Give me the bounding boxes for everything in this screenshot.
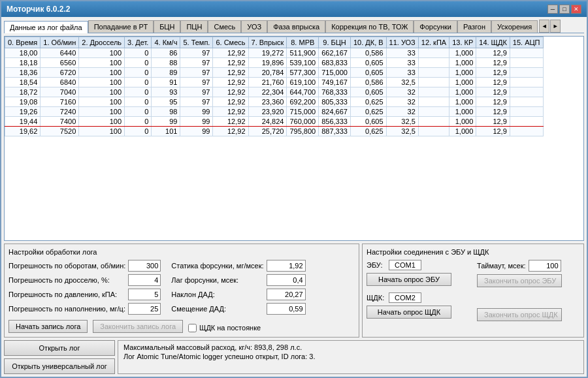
data-table-container[interactable]: 0. Время 1. Об/мин 2. Дроссель 3. Дет. 4… (4, 36, 584, 241)
tab-forsunki[interactable]: Форсунки (414, 20, 457, 33)
form-row-lag: Лаг форсунки, мсек: (171, 274, 305, 286)
input-rpm[interactable] (128, 260, 161, 272)
ebu-row: ЭБУ: COM1 (367, 260, 469, 270)
table-row[interactable]: 18,5468401000919712,9221,760619,100749,1… (5, 78, 544, 87)
table-cell: 12,9 (476, 87, 510, 97)
tab-btsn[interactable]: БЦН (154, 20, 180, 33)
start-shdk-button[interactable]: Начать опрос ЩДК (367, 306, 451, 319)
table-cell: 99 (180, 107, 213, 117)
table-cell: 97 (180, 97, 213, 107)
maximize-button[interactable]: □ (559, 5, 570, 14)
start-log-button[interactable]: Начать запись лога (8, 320, 88, 333)
stop-log-button[interactable]: Закончить запись лога (93, 320, 183, 333)
table-cell: 12,9 (476, 127, 510, 136)
table-row[interactable]: 19,2672401000989912,9223,920715,000824,6… (5, 107, 544, 117)
table-cell: 805,333 (319, 97, 351, 107)
table-cell: 0 (125, 87, 152, 97)
input-press[interactable] (128, 289, 161, 300)
table-cell: 33 (386, 68, 418, 78)
tab-razgon[interactable]: Разгон (457, 20, 491, 33)
input-lag[interactable] (267, 274, 306, 286)
table-row[interactable]: 18,0064401000869712,9219,272511,900662,1… (5, 48, 544, 58)
table-cell: 19,272 (248, 48, 287, 58)
table-cell: 95 (152, 97, 180, 107)
input-fill[interactable] (128, 303, 161, 315)
open-universal-button[interactable]: Открыть универсальный лог (4, 358, 115, 374)
tab-faza[interactable]: Фаза впрыска (267, 20, 325, 33)
minimize-button[interactable]: ─ (547, 5, 558, 14)
table-cell: 12,92 (213, 58, 248, 68)
tab-korr[interactable]: Коррекция по ТВ, ТОЖ (325, 20, 414, 33)
table-cell: 91 (152, 78, 180, 87)
input-dros[interactable] (128, 274, 161, 286)
table-cell: 6840 (41, 78, 79, 87)
table-cell: 0,605 (350, 68, 386, 78)
table-row[interactable]: 18,1865601000889712,9219,896539,100683,8… (5, 58, 544, 68)
table-cell: 0 (125, 58, 152, 68)
table-cell: 887,333 (319, 127, 351, 136)
open-log-button[interactable]: Открыть лог (4, 340, 115, 356)
stop-ebu-button[interactable]: Закончить опрос ЭБУ (477, 274, 562, 287)
table-cell: 7520 (41, 127, 79, 136)
table-cell: 19,44 (5, 117, 41, 127)
table-row[interactable]: 19,4474001000999912,9224,824760,000856,3… (5, 117, 544, 127)
table-cell: 100 (79, 117, 125, 127)
table-cell: 23,360 (248, 97, 287, 107)
ebu-label: ЭБУ: (367, 261, 386, 269)
table-cell: 12,9 (476, 97, 510, 107)
tab-bar: Данные из лог файла Попадание в РТ БЦН П… (4, 20, 584, 33)
tab-ptsn[interactable]: ПЦН (180, 20, 208, 33)
input-static[interactable] (267, 260, 306, 272)
table-cell: 97 (180, 78, 213, 87)
timeout-label: Таймаут, мсек: (477, 262, 526, 270)
label-static: Статика форсунки, мг/мсек: (171, 262, 263, 270)
tab-uoz[interactable]: УОЗ (241, 20, 267, 33)
table-cell (418, 68, 449, 78)
shdk-conn-label: ЩДК: (367, 294, 386, 302)
table-row[interactable]: 18,7270401000939712,9222,304644,700768,3… (5, 87, 544, 97)
tab-smes[interactable]: Смесь (208, 20, 241, 33)
table-row[interactable]: 19,0871601000959712,9223,360692,200805,3… (5, 97, 544, 107)
start-ebu-button[interactable]: Начать опрос ЭБУ (367, 273, 451, 286)
input-offset[interactable] (267, 303, 306, 315)
status-line-2: Лог Atomic Tune/Atomic logger успешно от… (123, 353, 578, 360)
shdk-checkbox[interactable] (188, 324, 197, 332)
col-header-11: 11. УОЗ (386, 37, 418, 48)
table-cell: 22,304 (248, 87, 287, 97)
table-cell: 99 (180, 127, 213, 136)
input-slope[interactable] (267, 289, 306, 300)
timeout-input[interactable] (529, 260, 561, 272)
ebu-value: COM1 (389, 260, 421, 270)
table-row[interactable]: 19,62752010001019912,9225,720795,800887,… (5, 127, 544, 136)
table-cell: 0 (125, 117, 152, 127)
form-row-dros: Погрешность по дросселю, %: (8, 274, 161, 286)
table-cell: 32 (386, 87, 418, 97)
table-cell: 0 (125, 97, 152, 107)
table-cell: 856,333 (319, 117, 351, 127)
table-header-row: 0. Время 1. Об/мин 2. Дроссель 3. Дет. 4… (5, 37, 544, 48)
tab-prev-button[interactable]: ◄ (539, 20, 549, 33)
table-cell: 12,92 (213, 68, 248, 78)
table-cell: 1,000 (449, 97, 476, 107)
panels-row: Настройки обработки лога Погрешность по … (4, 244, 584, 338)
col-header-10: 10. ДК, В (350, 37, 386, 48)
table-cell: 32,5 (386, 78, 418, 87)
stop-shdk-button[interactable]: Закончить опрос ЩДК (477, 308, 562, 321)
tab-uskor[interactable]: Ускорения (491, 20, 538, 33)
tab-next-button[interactable]: ► (550, 20, 561, 33)
form-row-static: Статика форсунки, мг/мсек: (171, 260, 305, 272)
connection-title: Настройки соединения с ЭБУ и ЩДК (367, 248, 580, 256)
table-cell: 89 (152, 68, 180, 78)
table-cell: 12,9 (476, 48, 510, 58)
table-cell: 98 (152, 107, 180, 117)
tab-log-data[interactable]: Данные из лог файла (4, 21, 88, 33)
table-cell: 101 (152, 127, 180, 136)
table-cell: 7040 (41, 87, 79, 97)
table-cell: 97 (180, 68, 213, 78)
tab-popadan[interactable]: Попадание в РТ (88, 20, 154, 33)
window-controls: ─ □ ✕ (547, 5, 581, 14)
close-button[interactable]: ✕ (571, 5, 581, 14)
connection-panel: Настройки соединения с ЭБУ и ЩДК ЭБУ: CO… (362, 244, 584, 338)
table-cell: 100 (79, 107, 125, 117)
table-row[interactable]: 18,3667201000899712,9220,784577,300715,0… (5, 68, 544, 78)
